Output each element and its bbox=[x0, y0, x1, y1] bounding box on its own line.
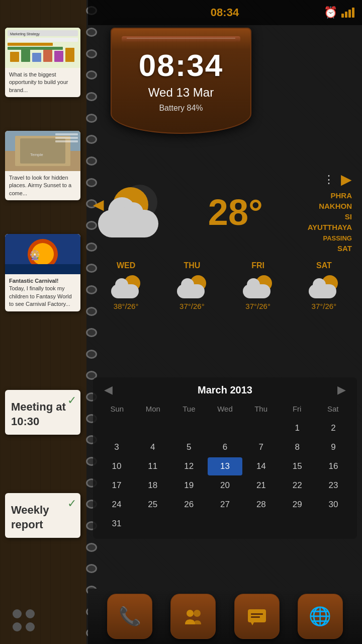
calendar-grid: 1234567891011121314151617181920212223242… bbox=[99, 419, 351, 533]
cal-day-empty bbox=[208, 515, 243, 533]
cal-day-8[interactable]: 8 bbox=[280, 438, 315, 456]
cal-header-thu: Thu bbox=[243, 403, 279, 415]
forecast-sat-icon bbox=[309, 274, 339, 299]
svg-rect-3 bbox=[8, 38, 78, 42]
dock-messages-button[interactable] bbox=[234, 594, 280, 639]
svg-text:Temple: Temple bbox=[30, 152, 43, 157]
status-time: 08:34 bbox=[126, 6, 324, 19]
svg-rect-9 bbox=[43, 50, 52, 62]
cal-day-22[interactable]: 22 bbox=[280, 476, 315, 495]
forecast-thu-label: THU bbox=[163, 261, 221, 270]
cal-day-16[interactable]: 16 bbox=[316, 457, 351, 475]
dot-2 bbox=[26, 609, 35, 618]
cal-day-6[interactable]: 6 bbox=[208, 438, 243, 456]
blog-card-marketing-text: What is the biggest opportunity to build… bbox=[5, 68, 80, 97]
meeting-check-icon: ✓ bbox=[67, 394, 76, 407]
svg-rect-27 bbox=[248, 609, 266, 622]
svg-rect-18 bbox=[55, 137, 78, 139]
svg-rect-5 bbox=[8, 47, 63, 50]
cal-day-14[interactable]: 14 bbox=[243, 457, 279, 475]
weather-next-button[interactable]: ▶ bbox=[341, 171, 352, 188]
cal-day-31[interactable]: 31 bbox=[99, 515, 134, 533]
svg-text:🎡: 🎡 bbox=[29, 250, 41, 261]
cal-day-13[interactable]: 13 bbox=[208, 457, 243, 475]
forecast-thu-temp: 37°/26° bbox=[163, 302, 221, 310]
calendar-days-header: Sun Mon Tue Wed Thu Fri Sat bbox=[99, 403, 351, 415]
calendar-month: March 2013 bbox=[198, 384, 252, 396]
blog-card-carnival-text: Fantastic Carnival! Today, I finally too… bbox=[5, 274, 80, 311]
cal-day-5[interactable]: 5 bbox=[171, 438, 207, 456]
cal-day-30[interactable]: 30 bbox=[316, 496, 351, 514]
cal-day-24[interactable]: 24 bbox=[99, 496, 134, 514]
weather-more-button[interactable]: ⋮ bbox=[323, 173, 334, 186]
cal-day-25[interactable]: 25 bbox=[135, 496, 170, 514]
dock-phone-button[interactable]: 📞 bbox=[107, 594, 152, 639]
cal-day-11[interactable]: 11 bbox=[135, 457, 170, 475]
cal-day-9[interactable]: 9 bbox=[316, 438, 351, 456]
cal-day-20[interactable]: 20 bbox=[208, 476, 243, 495]
svg-rect-24 bbox=[5, 264, 80, 274]
forecast-wed: WED 38°/26° bbox=[97, 261, 155, 310]
cal-day-28[interactable]: 28 bbox=[243, 496, 279, 514]
cal-day-27[interactable]: 27 bbox=[208, 496, 243, 514]
cal-day-29[interactable]: 29 bbox=[280, 496, 315, 514]
weekly-check-icon: ✓ bbox=[67, 497, 76, 510]
blog-card-carnival[interactable]: 🎡 Fantastic Carnival! Today, I finally t… bbox=[5, 234, 80, 311]
cal-day-26[interactable]: 26 bbox=[171, 496, 207, 514]
meeting-text: Meeting at 10:30 bbox=[11, 400, 74, 429]
cal-header-fri: Fri bbox=[279, 403, 315, 415]
spiral-binding bbox=[84, 0, 99, 644]
cal-header-wed: Wed bbox=[207, 403, 243, 415]
forecast-thu: THU 37°/26° bbox=[163, 261, 221, 310]
cal-header-sat: Sat bbox=[315, 403, 351, 415]
cal-day-2[interactable]: 2 bbox=[316, 419, 351, 437]
dot-3 bbox=[13, 622, 22, 631]
cal-day-12[interactable]: 12 bbox=[171, 457, 207, 475]
cal-day-21[interactable]: 21 bbox=[243, 476, 279, 495]
svg-rect-8 bbox=[32, 53, 41, 62]
blog-card-travel[interactable]: Temple Travel to look for hidden places.… bbox=[5, 131, 80, 200]
cal-day-19[interactable]: 19 bbox=[171, 476, 207, 495]
cal-day-23[interactable]: 23 bbox=[316, 476, 351, 495]
calendar-prev-button[interactable]: ◀ bbox=[99, 383, 118, 396]
dock-browser-button[interactable]: 🌐 bbox=[298, 594, 343, 639]
svg-rect-19 bbox=[55, 140, 78, 142]
weather-temperature: 28° bbox=[163, 192, 308, 233]
dot-1 bbox=[13, 609, 22, 618]
weather-section: ◀ 28° ⋮ ▶ PHRANAKHONSIAYUTTHAYA PASSING … bbox=[93, 171, 357, 310]
clock-widget: 08:34 Wed 13 Mar Battery 84% bbox=[111, 28, 251, 134]
forecast-wed-label: WED bbox=[97, 261, 155, 270]
left-panel: Marketing Strategy What is the biggest o… bbox=[0, 0, 88, 644]
cal-day-3[interactable]: 3 bbox=[99, 438, 134, 456]
cal-day-4[interactable]: 4 bbox=[135, 438, 170, 456]
blog-card-marketing[interactable]: Marketing Strategy What is the biggest o… bbox=[5, 28, 80, 97]
cal-day-15[interactable]: 15 bbox=[280, 457, 315, 475]
clock-battery: Battery 84% bbox=[122, 104, 240, 113]
forecast-thu-icon bbox=[177, 274, 207, 299]
forecast-row: WED 38°/26° THU 37°/26° FRI 37°/26° SA bbox=[93, 261, 357, 310]
signal-icon bbox=[341, 8, 354, 18]
svg-rect-29 bbox=[251, 616, 260, 618]
cal-day-7[interactable]: 7 bbox=[243, 438, 279, 456]
cal-day-empty bbox=[280, 515, 315, 533]
cal-day-empty bbox=[171, 419, 207, 437]
cal-day-empty bbox=[243, 515, 279, 533]
cal-day-10[interactable]: 10 bbox=[99, 457, 134, 475]
blog-card-travel-text: Travel to look for hidden places. Airmy … bbox=[5, 171, 80, 200]
status-icons: ⏰ bbox=[324, 6, 354, 19]
svg-rect-10 bbox=[54, 51, 63, 62]
reminder-meeting[interactable]: ✓ Meeting at 10:30 bbox=[5, 390, 80, 435]
svg-rect-28 bbox=[251, 613, 263, 615]
calendar-next-button[interactable]: ▶ bbox=[332, 383, 351, 396]
cal-day-17[interactable]: 17 bbox=[99, 476, 134, 495]
forecast-sat-label: SAT bbox=[295, 261, 353, 270]
svg-text:Marketing Strategy: Marketing Strategy bbox=[10, 32, 40, 36]
reminder-weekly[interactable]: ✓ Weekly report bbox=[5, 493, 80, 538]
clock-date: Wed 13 Mar bbox=[122, 86, 240, 100]
cal-day-18[interactable]: 18 bbox=[135, 476, 170, 495]
dock-contacts-button[interactable] bbox=[170, 594, 216, 639]
cal-day-empty bbox=[135, 419, 170, 437]
forecast-wed-icon bbox=[111, 274, 141, 299]
clock-scroll-decoration bbox=[122, 36, 240, 42]
cal-day-1[interactable]: 1 bbox=[280, 419, 315, 437]
